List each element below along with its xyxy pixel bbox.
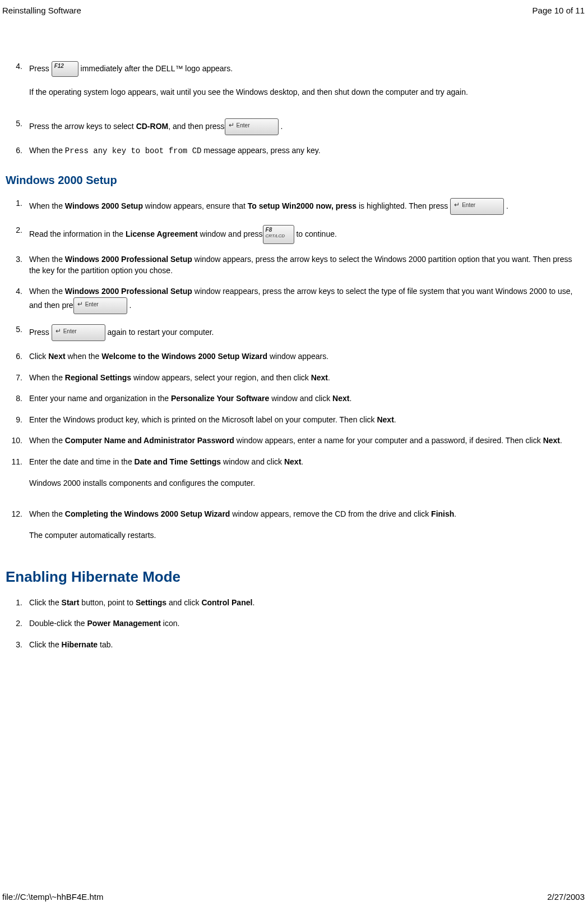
text: Click the <box>29 598 62 607</box>
step-text: When the Windows 2000 Professional Setup… <box>29 254 582 276</box>
step-text: Click the Start button, point to Setting… <box>29 597 582 609</box>
page-footer: file://C:\temp\~hhBF4E.htm 2/27/2003 <box>2 891 585 903</box>
step-subtext: If the operating system logo appears, wa… <box>29 87 582 98</box>
text: . <box>127 301 132 310</box>
text: Enter your name and organization in the <box>29 394 171 403</box>
step-number: 10. <box>6 435 29 447</box>
bold-text: Next <box>284 457 301 466</box>
w2k-step-3: 3. When the Windows 2000 Professional Se… <box>6 254 582 276</box>
step-number: 1. <box>6 198 29 209</box>
w2k-step-12: 12. When the Completing the Windows 2000… <box>6 509 582 551</box>
f8-key-icon: F8CRT/LCD <box>263 225 294 244</box>
step-4: 4. Press F12 immediately after the DELL™… <box>6 61 582 108</box>
mono-text: Press any key to boot from CD <box>65 146 202 155</box>
step-number: 3. <box>6 254 29 265</box>
step-text: Double-click the Power Management icon. <box>29 618 582 629</box>
step-number: 5. <box>6 324 29 335</box>
text: . <box>454 509 456 518</box>
bold-text: Next <box>543 436 560 445</box>
key-line2: CRT/LCD <box>266 234 291 238</box>
step-text: Enter your name and organization in the … <box>29 393 582 404</box>
enter-key-icon: Enter <box>73 297 127 314</box>
text: When the <box>29 287 65 296</box>
hib-step-3: 3. Click the Hibernate tab. <box>6 640 582 651</box>
heading-w2k-setup: Windows 2000 Setup <box>6 172 582 188</box>
step-text: When the Windows 2000 Setup window appea… <box>29 198 582 215</box>
text: message appears, press any key. <box>201 146 320 155</box>
f12-key-icon: F12 <box>52 61 78 77</box>
w2k-steps-list: 1. When the Windows 2000 Setup window ap… <box>6 198 582 551</box>
bold-text: Welcome to the Windows 2000 Setup Wizard <box>101 352 267 361</box>
bold-text: Next <box>332 394 349 403</box>
w2k-step-7: 7. When the Regional Settings window app… <box>6 372 582 384</box>
bold-text: Start <box>62 598 80 607</box>
w2k-step-10: 10. When the Computer Name and Administr… <box>6 435 582 447</box>
bold-text: Date and Time Settings <box>135 457 221 466</box>
text: . <box>301 457 303 466</box>
step-number: 5. <box>6 118 29 130</box>
text: window appears, remove the CD from the d… <box>230 509 431 518</box>
text: Click the <box>29 640 62 649</box>
w2k-step-4: 4. When the Windows 2000 Professional Se… <box>6 286 582 314</box>
step-number: 12. <box>6 509 29 520</box>
step-text: When the Press any key to boot from CD m… <box>29 145 582 157</box>
bold-text: Power Management <box>87 619 161 628</box>
bold-text: Windows 2000 Professional Setup <box>65 255 192 264</box>
enter-key-icon: Enter <box>450 198 504 215</box>
step-text: Click the Hibernate tab. <box>29 640 582 651</box>
step-number: 6. <box>6 351 29 362</box>
bold-text: CD-ROM <box>136 121 169 130</box>
text: When the <box>29 373 65 382</box>
text: Enter the Windows product key, which is … <box>29 415 377 424</box>
step-number: 1. <box>6 597 29 609</box>
step-number: 6. <box>6 145 29 157</box>
step-text: Read the information in the License Agre… <box>29 225 582 244</box>
step-number: 2. <box>6 618 29 629</box>
bold-text: License Agreement <box>126 229 198 238</box>
w2k-step-8: 8. Enter your name and organization in t… <box>6 393 582 404</box>
text: is highlighted. Then press <box>356 201 450 210</box>
w2k-step-2: 2. Read the information in the License A… <box>6 225 582 244</box>
hibernate-steps-list: 1. Click the Start button, point to Sett… <box>6 597 582 651</box>
bold-text: Next <box>377 415 393 424</box>
page-content: 4. Press F12 immediately after the DELL™… <box>0 16 588 650</box>
step-number: 8. <box>6 393 29 404</box>
hib-step-1: 1. Click the Start button, point to Sett… <box>6 597 582 609</box>
step-text: Enter the date and time in the Date and … <box>29 457 582 499</box>
text: . <box>252 598 254 607</box>
step-text: Press F12 immediately after the DELL™ lo… <box>29 61 582 108</box>
step-text: Enter the Windows product key, which is … <box>29 415 582 426</box>
text: Read the information in the <box>29 229 126 238</box>
text: window and click <box>221 457 284 466</box>
step-subtext: Windows 2000 installs components and con… <box>29 478 582 489</box>
step-number: 4. <box>6 286 29 297</box>
text: window appears, ensure that <box>143 201 248 210</box>
step-number: 11. <box>6 457 29 468</box>
key-line1: F8 <box>266 227 291 233</box>
text: to continue. <box>294 229 337 238</box>
text: When the <box>29 509 65 518</box>
text: When the <box>29 201 65 210</box>
text: Press <box>29 328 52 337</box>
text: icon. <box>161 619 179 628</box>
text: When the <box>29 255 65 264</box>
w2k-step-6: 6. Click Next when the Welcome to the Wi… <box>6 351 582 362</box>
text: when the <box>66 352 102 361</box>
bold-text: To setup Win2000 now, press <box>248 201 356 210</box>
bold-text: Finish <box>431 509 454 518</box>
text: Double-click the <box>29 619 87 628</box>
step-text: When the Computer Name and Administrator… <box>29 435 582 447</box>
text: Press <box>29 64 52 73</box>
text: . <box>349 394 351 403</box>
text: tab. <box>98 640 113 649</box>
step-text: Click Next when the Welcome to the Windo… <box>29 351 582 362</box>
bold-text: Regional Settings <box>65 373 131 382</box>
step-text: Press the arrow keys to select CD-ROM, a… <box>29 118 582 135</box>
hib-step-2: 2. Double-click the Power Management ico… <box>6 618 582 629</box>
bold-text: Windows 2000 Professional Setup <box>65 287 192 296</box>
text: immediately after the DELL™ logo appears… <box>78 64 233 73</box>
step-number: 2. <box>6 225 29 236</box>
step-number: 4. <box>6 61 29 72</box>
w2k-step-1: 1. When the Windows 2000 Setup window ap… <box>6 198 582 215</box>
enter-key-icon: Enter <box>225 118 279 135</box>
